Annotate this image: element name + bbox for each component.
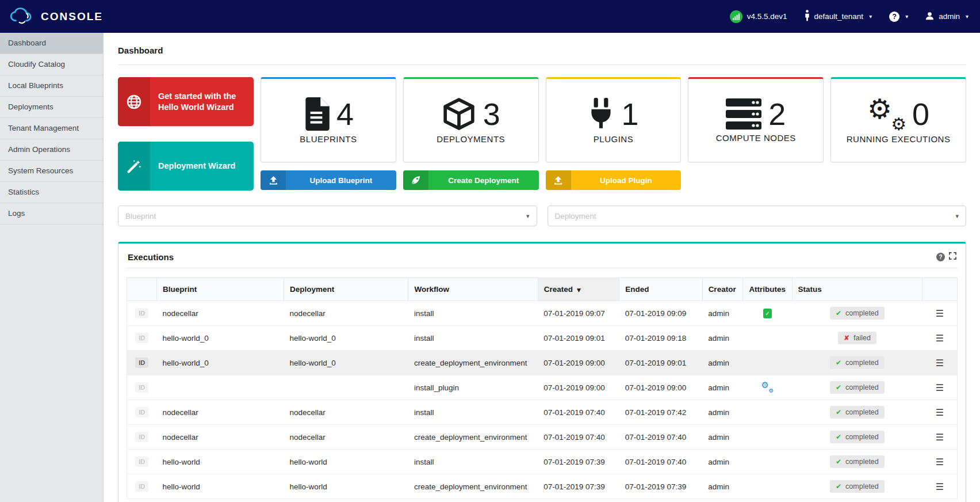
- column-header-creator[interactable]: Creator: [702, 278, 743, 301]
- id-badge[interactable]: ID: [135, 457, 148, 467]
- sidebar-item-tenant-management[interactable]: Tenant Management: [0, 118, 103, 139]
- stat-cards-row: 4BLUEPRINTS3DEPLOYMENTS1PLUGINS2COMPUTE …: [261, 77, 966, 162]
- column-header-attributes[interactable]: Attributes: [743, 278, 792, 301]
- check-icon: ✔: [836, 383, 841, 391]
- execution-row[interactable]: IDhello-world_0hello-world_0create_deplo…: [127, 351, 958, 375]
- upload-icon: [261, 170, 286, 190]
- sidebar-item-system-resources[interactable]: System Resources: [0, 161, 103, 182]
- magic-wand-icon: [118, 142, 150, 191]
- column-header-workflow[interactable]: Workflow: [408, 278, 538, 301]
- sidebar-item-dashboard[interactable]: Dashboard: [0, 33, 103, 54]
- help-menu[interactable]: ? ▾: [889, 12, 908, 22]
- cogs-icon: ⚙⚙: [867, 97, 905, 131]
- row-menu-button[interactable]: ☰: [936, 382, 944, 393]
- row-menu-button[interactable]: ☰: [936, 432, 944, 443]
- server-icon: [726, 98, 761, 130]
- column-header-created[interactable]: Created▼: [538, 278, 619, 301]
- cell-workflow: create_deployment_environment: [408, 474, 538, 499]
- cell-created: 07-01-2019 09:00: [538, 375, 619, 400]
- create-deployment-button[interactable]: Create Deployment: [403, 170, 539, 190]
- sort-desc-icon: ▼: [577, 287, 581, 293]
- id-badge[interactable]: ID: [135, 333, 148, 343]
- cell-creator: admin: [702, 301, 743, 326]
- deployment-filter-placeholder: Deployment: [555, 212, 596, 220]
- cell-ended: 07-01-2019 07:39: [619, 474, 702, 499]
- executions-title: Executions: [128, 252, 174, 262]
- execution-row[interactable]: IDnodecellarnodecellarcreate_deployment_…: [127, 425, 958, 450]
- sidebar-item-local-blueprints[interactable]: Local Blueprints: [0, 75, 103, 97]
- table-header-row: BlueprintDeploymentWorkflowCreated▼Ended…: [127, 278, 958, 301]
- stat-value: 0: [912, 98, 929, 130]
- cell-blueprint: nodecellar: [156, 400, 284, 425]
- id-badge[interactable]: ID: [135, 308, 148, 318]
- row-menu-button[interactable]: ☰: [936, 308, 944, 319]
- sidebar-item-deployments[interactable]: Deployments: [0, 97, 103, 118]
- check-icon: ✔: [836, 359, 841, 367]
- cell-deployment: hello-world_0: [284, 351, 408, 375]
- row-menu-button[interactable]: ☰: [936, 333, 944, 344]
- signal-icon: [730, 10, 742, 23]
- row-menu-button[interactable]: ☰: [936, 457, 944, 467]
- column-header-deployment[interactable]: Deployment: [284, 278, 408, 301]
- user-label: admin: [939, 12, 960, 21]
- id-badge[interactable]: ID: [135, 382, 148, 393]
- cell-created: 07-01-2019 07:40: [538, 425, 619, 450]
- execution-row[interactable]: IDhello-worldhello-worldinstall07-01-201…: [127, 450, 958, 474]
- hello-world-wizard-label: Get started with the Hello World Wizard: [150, 77, 254, 126]
- column-header-blueprint[interactable]: Blueprint: [156, 278, 284, 301]
- tasks-icon[interactable]: ✓: [763, 309, 772, 318]
- stat-value: 1: [621, 98, 638, 130]
- deployment-wizard-label: Deployment Wizard: [150, 142, 254, 191]
- chevron-down-icon: ▾: [966, 13, 968, 20]
- sidebar-item-logs[interactable]: Logs: [0, 203, 103, 225]
- deployment-filter-dropdown[interactable]: Deployment ▾: [548, 206, 967, 226]
- column-header-empty: [127, 278, 157, 301]
- sidebar-item-admin-operations[interactable]: Admin Operations: [0, 139, 103, 161]
- row-menu-button[interactable]: ☰: [936, 481, 944, 492]
- id-badge[interactable]: ID: [135, 481, 148, 492]
- cell-ended: 07-01-2019 09:01: [619, 351, 702, 375]
- execution-row[interactable]: IDinstall_plugin07-01-2019 09:0007-01-20…: [127, 375, 958, 400]
- status-badge: ✔completed: [830, 480, 885, 493]
- blueprint-filter-dropdown[interactable]: Blueprint ▾: [118, 206, 537, 226]
- sidebar-item-cloudify-catalog[interactable]: Cloudify Catalog: [0, 54, 103, 75]
- user-menu[interactable]: admin ▾: [925, 12, 968, 22]
- column-header-ended[interactable]: Ended: [619, 278, 702, 301]
- status-badge: ✘failed: [838, 332, 876, 344]
- row-menu-button[interactable]: ☰: [936, 358, 944, 368]
- cell-creator: admin: [702, 400, 743, 425]
- stat-value: 3: [483, 98, 500, 130]
- cell-attributes: ⚙⚙: [743, 375, 792, 400]
- executions-table: BlueprintDeploymentWorkflowCreated▼Ended…: [127, 277, 958, 499]
- id-badge[interactable]: ID: [135, 407, 148, 417]
- check-icon: ✔: [836, 309, 841, 317]
- top-navbar: CONSOLE v4.5.5.dev1: [0, 0, 980, 33]
- cogs-icon[interactable]: ⚙⚙: [761, 382, 774, 392]
- execution-row[interactable]: IDnodecellarnodecellarinstall07-01-2019 …: [127, 301, 958, 326]
- execution-row[interactable]: IDhello-worldhello-worldcreate_deploymen…: [127, 474, 958, 499]
- blueprint-filter-placeholder: Blueprint: [125, 212, 156, 220]
- hello-world-wizard-button[interactable]: Get started with the Hello World Wizard: [118, 77, 254, 126]
- action-buttons-row: Upload BlueprintCreate DeploymentUpload …: [261, 170, 966, 190]
- row-menu-button[interactable]: ☰: [936, 407, 944, 418]
- cell-attributes: ✓: [743, 301, 792, 326]
- brand-logo[interactable]: CONSOLE: [9, 7, 103, 26]
- expand-icon[interactable]: [949, 252, 956, 262]
- execution-row[interactable]: IDnodecellarnodecellarinstall07-01-2019 …: [127, 400, 958, 425]
- id-badge[interactable]: ID: [135, 432, 148, 442]
- id-badge[interactable]: ID: [135, 358, 148, 368]
- cell-status: ✔completed: [792, 301, 922, 326]
- cell-attributes: [743, 326, 792, 351]
- tenant-menu[interactable]: default_tenant ▾: [805, 10, 872, 23]
- deployment-wizard-button[interactable]: Deployment Wizard: [118, 142, 254, 191]
- sidebar-item-statistics[interactable]: Statistics: [0, 182, 103, 203]
- execution-row[interactable]: IDhello-world_0hello-world_0install07-01…: [127, 326, 958, 351]
- cell-creator: admin: [702, 474, 743, 499]
- stat-label: RUNNING EXECUTIONS: [847, 134, 951, 144]
- upload-plugin-button[interactable]: Upload Plugin: [546, 170, 682, 190]
- widget-help-icon[interactable]: ?: [936, 253, 945, 261]
- column-header-status[interactable]: Status: [792, 278, 922, 301]
- cell-status: ✔completed: [792, 474, 922, 499]
- upload-blueprint-button[interactable]: Upload Blueprint: [261, 170, 396, 190]
- user-icon: [925, 12, 934, 22]
